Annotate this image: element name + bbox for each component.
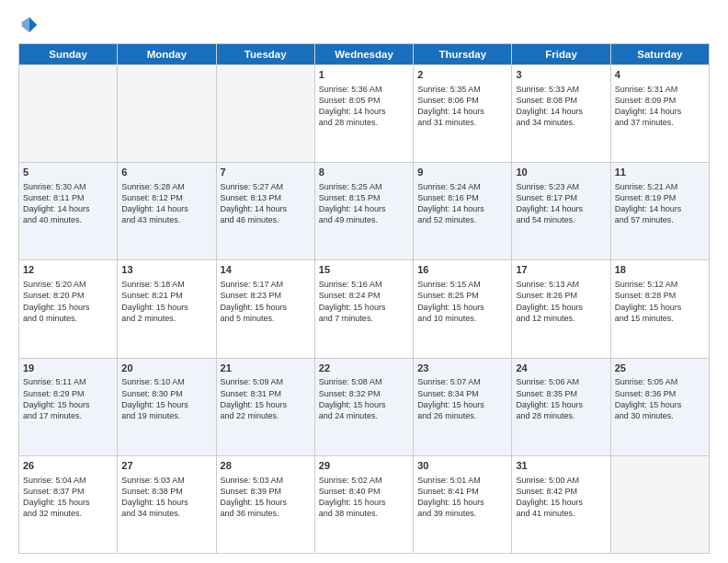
cell-line: Sunrise: 5:13 AM [516,279,606,290]
cell-line: Sunset: 8:36 PM [615,388,705,399]
cell-line: Sunset: 8:42 PM [516,486,606,497]
cell-line: Daylight: 15 hours [417,302,507,313]
cell-line: Sunset: 8:31 PM [221,388,311,399]
cell-line: Daylight: 15 hours [221,302,311,313]
cell-line: Sunrise: 5:27 AM [221,181,311,192]
calendar-cell: 27Sunrise: 5:03 AMSunset: 8:38 PMDayligh… [118,455,216,553]
cell-line: Sunrise: 5:08 AM [319,376,409,387]
cell-line: and 28 minutes. [516,410,606,421]
day-number: 25 [615,362,705,375]
calendar-cell: 5Sunrise: 5:30 AMSunset: 8:11 PMDaylight… [19,163,118,260]
cell-line: and 5 minutes. [221,313,311,324]
cell-line: Daylight: 15 hours [417,399,507,410]
cell-line: Sunrise: 5:36 AM [319,84,409,95]
cell-line: Daylight: 15 hours [319,302,409,313]
cell-line: Sunset: 8:29 PM [23,388,113,399]
cell-line: Daylight: 15 hours [516,399,606,410]
day-number: 26 [23,459,113,473]
day-number: 5 [23,166,113,179]
cell-line: Daylight: 14 hours [516,106,606,117]
day-number: 6 [121,166,211,179]
cell-line: Daylight: 14 hours [417,106,507,117]
day-number: 13 [121,263,211,277]
calendar-cell [610,455,709,553]
cell-line: and 2 minutes. [121,313,211,324]
day-number: 8 [319,166,409,179]
day-number: 23 [417,362,507,375]
cell-line: Sunrise: 5:24 AM [417,181,507,192]
cell-line: Sunrise: 5:00 AM [516,475,606,486]
cell-line: Sunset: 8:40 PM [319,486,409,497]
day-number: 24 [516,362,606,375]
calendar-cell: 7Sunrise: 5:27 AMSunset: 8:13 PMDaylight… [216,163,314,260]
day-header-tuesday: Tuesday [216,44,314,65]
cell-line: and 36 minutes. [221,508,311,519]
calendar-cell: 25Sunrise: 5:05 AMSunset: 8:36 PMDayligh… [610,358,709,455]
cell-line: Daylight: 14 hours [23,203,113,214]
cell-line: Sunrise: 5:10 AM [121,376,211,387]
cell-line: Daylight: 15 hours [319,399,409,410]
cell-line: Sunset: 8:37 PM [23,486,113,497]
calendar-cell: 10Sunrise: 5:23 AMSunset: 8:17 PMDayligh… [512,163,610,260]
calendar-cell: 24Sunrise: 5:06 AMSunset: 8:35 PMDayligh… [512,358,610,455]
cell-line: Sunrise: 5:25 AM [319,181,409,192]
cell-line: Sunset: 8:13 PM [221,192,311,203]
cell-line: and 0 minutes. [23,313,113,324]
cell-line: Daylight: 14 hours [319,106,409,117]
cell-line: Daylight: 15 hours [121,399,211,410]
day-number: 17 [516,263,606,277]
cell-line: Sunset: 8:15 PM [319,192,409,203]
cell-line: Sunrise: 5:28 AM [121,181,211,192]
cell-line: Sunset: 8:20 PM [23,290,113,301]
cell-line: Sunrise: 5:20 AM [23,279,113,290]
cell-line: Sunset: 8:39 PM [221,486,311,497]
logo [18,15,92,34]
calendar-cell: 13Sunrise: 5:18 AMSunset: 8:21 PMDayligh… [118,260,216,358]
svg-marker-1 [22,17,29,32]
cell-line: and 28 minutes. [319,117,409,128]
cell-line: Sunset: 8:26 PM [516,290,606,301]
cell-line: and 38 minutes. [319,508,409,519]
cell-line: Sunset: 8:30 PM [121,388,211,399]
calendar-cell [118,65,216,163]
logo-text [18,15,92,34]
svg-marker-0 [29,17,37,32]
calendar-week-1: 1Sunrise: 5:36 AMSunset: 8:05 PMDaylight… [19,65,710,163]
calendar-week-3: 12Sunrise: 5:20 AMSunset: 8:20 PMDayligh… [19,260,710,358]
cell-line: Daylight: 14 hours [319,203,409,214]
day-number: 3 [516,68,606,82]
calendar-cell: 28Sunrise: 5:03 AMSunset: 8:39 PMDayligh… [216,455,314,553]
cell-line: Daylight: 15 hours [23,302,113,313]
cell-line: Daylight: 14 hours [121,203,211,214]
cell-line: and 26 minutes. [417,410,507,421]
cell-line: Sunset: 8:06 PM [417,95,507,106]
day-number: 22 [319,362,409,375]
cell-line: Sunset: 8:16 PM [417,192,507,203]
calendar-cell: 16Sunrise: 5:15 AMSunset: 8:25 PMDayligh… [414,260,512,358]
day-number: 1 [319,68,409,82]
calendar-cell: 6Sunrise: 5:28 AMSunset: 8:12 PMDaylight… [118,163,216,260]
calendar-cell: 15Sunrise: 5:16 AMSunset: 8:24 PMDayligh… [314,260,413,358]
day-number: 19 [23,362,113,375]
cell-line: Sunrise: 5:16 AM [319,279,409,290]
cell-line: Sunrise: 5:31 AM [615,84,705,95]
calendar-cell: 22Sunrise: 5:08 AMSunset: 8:32 PMDayligh… [314,358,413,455]
cell-line: Daylight: 15 hours [516,302,606,313]
cell-line: Daylight: 15 hours [221,497,311,508]
day-header-thursday: Thursday [414,44,512,65]
day-header-friday: Friday [512,44,610,65]
cell-line: Sunset: 8:19 PM [615,192,705,203]
cell-line: Sunset: 8:12 PM [121,192,211,203]
cell-line: and 34 minutes. [516,117,606,128]
cell-line: Sunset: 8:23 PM [221,290,311,301]
calendar-cell: 20Sunrise: 5:10 AMSunset: 8:30 PMDayligh… [118,358,216,455]
calendar-week-2: 5Sunrise: 5:30 AMSunset: 8:11 PMDaylight… [19,163,710,260]
day-header-sunday: Sunday [19,44,118,65]
cell-line: and 17 minutes. [23,410,113,421]
cell-line: Sunrise: 5:09 AM [221,376,311,387]
cell-line: Sunrise: 5:04 AM [23,475,113,486]
calendar-cell: 14Sunrise: 5:17 AMSunset: 8:23 PMDayligh… [216,260,314,358]
day-number: 14 [221,263,311,277]
cell-line: Sunset: 8:05 PM [319,95,409,106]
cell-line: Daylight: 14 hours [417,203,507,214]
